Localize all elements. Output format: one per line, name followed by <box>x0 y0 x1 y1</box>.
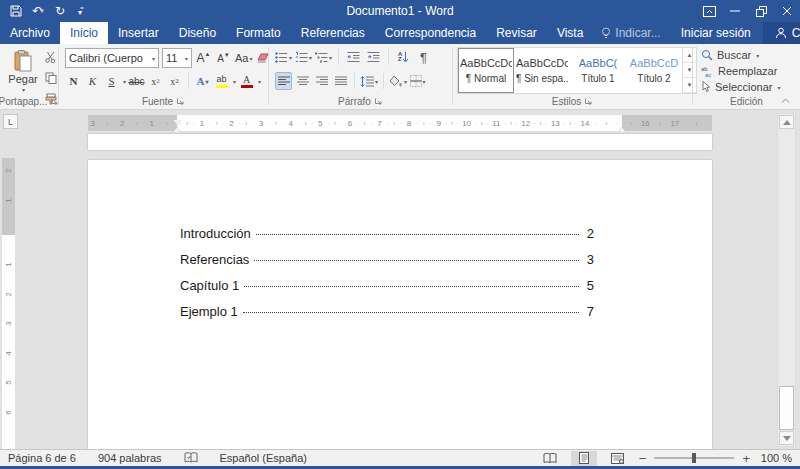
toc-page-number: 7 <box>584 304 594 319</box>
superscript-button[interactable]: x2 <box>166 72 183 90</box>
line-spacing-button[interactable]: ▾ <box>360 72 378 90</box>
tab-correspondencia[interactable]: Correspondencia <box>375 22 486 44</box>
web-layout-button[interactable] <box>605 451 631 466</box>
vertical-scrollbar[interactable] <box>777 113 796 447</box>
font-size-combo[interactable]: 11 ▾ <box>162 48 192 68</box>
zoom-slider[interactable] <box>654 457 734 459</box>
ruler-cm-cell: ·ı·17 <box>652 115 682 131</box>
toc-entry[interactable]: Capítulo 15 <box>180 278 594 304</box>
restore-button[interactable] <box>748 0 774 22</box>
hanging-indent-marker[interactable] <box>173 127 181 132</box>
toc-entry[interactable]: Ejemplo 17 <box>180 304 594 330</box>
horizontal-ruler[interactable]: 3·ı·2·ı·1·ı· ·ı·1·ı·2·ı·3·ı·4·ı·5·ı·6·ı·… <box>88 115 712 131</box>
align-left-button[interactable] <box>275 72 292 90</box>
customize-qat-button[interactable]: ᠆▾ <box>72 2 92 20</box>
change-case-button[interactable]: Aa▾ <box>235 49 252 67</box>
style-card[interactable]: AaBbCcDTítulo 2 <box>626 48 682 93</box>
grow-font-button[interactable]: A▲ <box>195 49 212 67</box>
styles-dialog-launcher[interactable] <box>584 97 593 106</box>
bold-button[interactable]: N <box>65 72 82 90</box>
document-page[interactable]: Introducción2Referencias3Capítulo 15Ejem… <box>88 160 712 449</box>
style-card[interactable]: AaBbCcDc¶ Normal <box>458 48 514 93</box>
right-indent-marker[interactable] <box>618 127 626 132</box>
tab-referencias[interactable]: Referencias <box>291 22 375 44</box>
font-dialog-launcher[interactable] <box>176 97 185 106</box>
print-layout-button[interactable] <box>571 451 597 466</box>
save-button[interactable] <box>6 2 26 20</box>
paragraph-dialog-launcher[interactable] <box>374 97 383 106</box>
sort-button[interactable]: AZ <box>395 48 412 66</box>
redo-button[interactable]: ↻ <box>50 2 70 20</box>
scrollbar-down-arrow[interactable] <box>779 431 794 445</box>
word-count[interactable]: 904 palabras <box>98 452 162 464</box>
zoom-out-button[interactable]: − <box>639 451 647 466</box>
text-effects-button[interactable]: A▾ <box>194 72 211 90</box>
vertical-ruler[interactable]: 21 123456 <box>2 158 15 449</box>
font-color-button[interactable]: A <box>238 72 255 90</box>
tab-archivo[interactable]: Archivo <box>0 22 60 44</box>
page-indicator[interactable]: Página 6 de 6 <box>8 452 76 464</box>
highlight-color-button[interactable]: ab <box>213 72 230 90</box>
read-mode-button[interactable] <box>537 451 563 466</box>
subscript-button[interactable]: x2 <box>147 72 164 90</box>
sign-in-button[interactable]: Iniciar sesión <box>669 26 763 40</box>
ruler-cm-cell: ·ı·7 <box>355 115 385 131</box>
tab-diseno[interactable]: Diseño <box>169 22 226 44</box>
show-marks-button[interactable]: ¶ <box>415 48 432 66</box>
tell-me-box[interactable]: Indicar... <box>593 22 668 44</box>
ruler-cm-cell: ·ı·9 <box>414 115 444 131</box>
tab-revisar[interactable]: Revisar <box>486 22 547 44</box>
shading-button[interactable]: ▾ <box>389 72 407 90</box>
increase-indent-button[interactable] <box>365 48 382 66</box>
close-button[interactable] <box>774 0 800 22</box>
replace-button[interactable]: abac Reemplazar <box>701 65 777 77</box>
scrollbar-thumb[interactable] <box>779 386 794 430</box>
numbering-button[interactable]: ▾ <box>295 48 312 66</box>
minimize-button[interactable] <box>722 0 748 22</box>
find-button[interactable]: Buscar▾ <box>701 49 759 61</box>
style-card[interactable]: AaBbCcDc¶ Sin espa... <box>514 48 570 93</box>
zoom-level[interactable]: 100 % <box>758 452 792 464</box>
align-right-button[interactable] <box>313 72 330 90</box>
ribbon-display-options-button[interactable] <box>696 0 722 22</box>
cut-button[interactable] <box>42 48 59 66</box>
highlight-caret[interactable]: ▾ <box>233 78 236 85</box>
tab-insertar[interactable]: Insertar <box>108 22 169 44</box>
share-button[interactable]: Compartir <box>763 22 800 44</box>
toc-entry[interactable]: Introducción2 <box>180 226 594 252</box>
proofing-icon[interactable] <box>184 452 198 464</box>
undo-button[interactable]: ↶▾ <box>28 2 48 20</box>
underline-button[interactable]: S <box>103 72 120 90</box>
italic-button[interactable]: K <box>84 72 101 90</box>
style-card[interactable]: AaBbC(Título 1 <box>570 48 626 93</box>
tab-inicio[interactable]: Inicio <box>60 22 108 44</box>
shrink-font-button[interactable]: A▼ <box>215 49 232 67</box>
tab-vista[interactable]: Vista <box>547 22 593 44</box>
toc-entry[interactable]: Referencias3 <box>180 252 594 278</box>
underline-caret[interactable]: ▾ <box>123 78 126 85</box>
bullets-button[interactable]: ▾ <box>275 48 292 66</box>
font-name-combo[interactable]: Calibri (Cuerpo ▾ <box>65 48 159 68</box>
line-spacing-icon <box>360 76 374 87</box>
borders-button[interactable]: ▾ <box>409 72 426 90</box>
scrollbar-up-arrow[interactable] <box>779 115 794 129</box>
multilevel-list-button[interactable]: ▾ <box>315 48 332 66</box>
font-color-caret[interactable]: ▾ <box>258 78 261 85</box>
align-center-button[interactable] <box>294 72 311 90</box>
zoom-in-button[interactable]: + <box>742 451 750 466</box>
tab-formato[interactable]: Formato <box>226 22 291 44</box>
tab-stop-selector[interactable]: L <box>3 114 18 129</box>
paste-button[interactable]: Pegar ▾ <box>4 47 42 95</box>
paste-dropdown-caret[interactable]: ▾ <box>22 86 25 93</box>
language-indicator[interactable]: Español (España) <box>220 452 307 464</box>
decrease-indent-button[interactable] <box>345 48 362 66</box>
copy-button[interactable] <box>42 69 59 87</box>
style-sample: AaBbCcDc <box>516 57 568 69</box>
zoom-slider-thumb[interactable] <box>692 453 696 463</box>
justify-button[interactable] <box>332 72 349 90</box>
table-of-contents: Introducción2Referencias3Capítulo 15Ejem… <box>180 226 594 330</box>
select-button[interactable]: Seleccionar▾ <box>701 81 781 93</box>
collapse-ribbon-button[interactable] <box>778 95 792 106</box>
first-line-indent-marker[interactable] <box>173 120 181 125</box>
strikethrough-button[interactable]: abc <box>128 72 145 90</box>
